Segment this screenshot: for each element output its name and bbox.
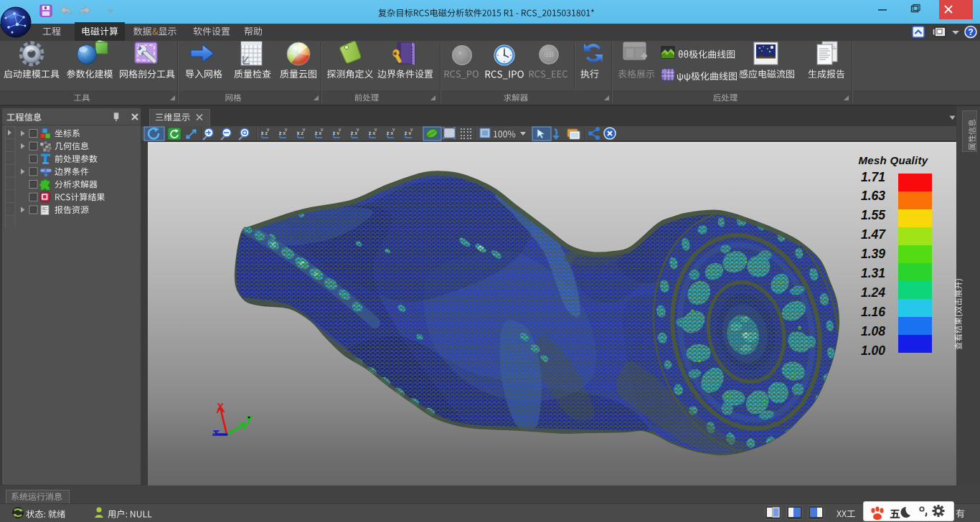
svg-text:v: v — [267, 127, 270, 132]
svg-text:v: v — [303, 127, 306, 132]
svg-text:v: v — [357, 127, 359, 132]
svg-text:v: v — [321, 127, 324, 132]
svg-text:v: v — [392, 127, 395, 132]
svg-text:v: v — [285, 127, 288, 132]
svg-text:v: v — [410, 127, 413, 132]
svg-text:?: ? — [968, 27, 973, 37]
svg-text:v: v — [339, 127, 341, 132]
svg-text:v: v — [374, 127, 377, 132]
